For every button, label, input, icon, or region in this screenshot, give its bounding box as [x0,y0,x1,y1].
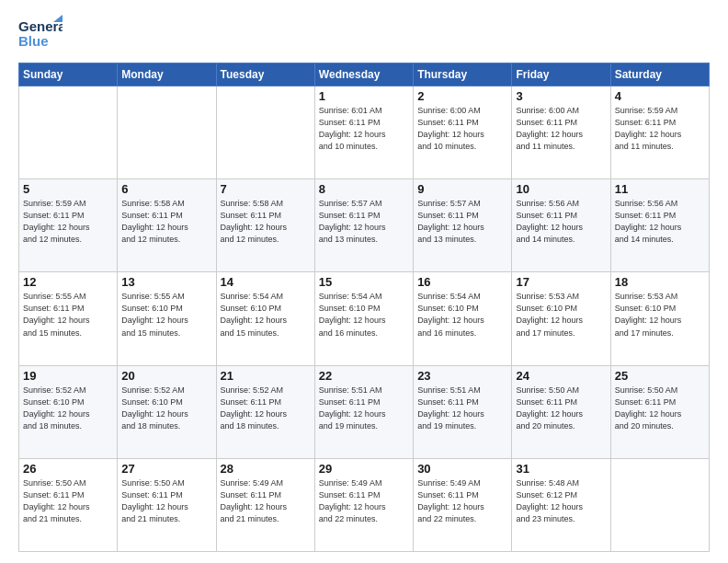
day-info: Sunrise: 5:55 AM Sunset: 6:11 PM Dayligh… [23,291,113,339]
day-info: Sunrise: 5:54 AM Sunset: 6:10 PM Dayligh… [319,291,409,339]
day-number: 22 [319,369,409,383]
weekday-header-wednesday: Wednesday [314,63,413,86]
day-number: 3 [516,89,606,103]
calendar-cell: 13Sunrise: 5:55 AM Sunset: 6:10 PM Dayli… [118,272,216,365]
calendar-cell: 5Sunrise: 5:59 AM Sunset: 6:11 PM Daylig… [19,179,118,272]
day-number: 24 [516,369,606,383]
day-info: Sunrise: 5:53 AM Sunset: 6:10 PM Dayligh… [516,291,606,339]
day-info: Sunrise: 5:54 AM Sunset: 6:10 PM Dayligh… [221,291,311,339]
day-info: Sunrise: 5:50 AM Sunset: 6:11 PM Dayligh… [615,385,705,432]
day-info: Sunrise: 5:48 AM Sunset: 6:12 PM Dayligh… [516,477,606,525]
calendar-cell: 12Sunrise: 5:55 AM Sunset: 6:11 PM Dayli… [19,272,118,365]
day-number: 10 [516,182,606,196]
calendar-cell: 15Sunrise: 5:54 AM Sunset: 6:10 PM Dayli… [314,272,413,365]
calendar-cell: 11Sunrise: 5:56 AM Sunset: 6:11 PM Dayli… [610,179,709,272]
calendar-cell: 3Sunrise: 6:00 AM Sunset: 6:11 PM Daylig… [512,86,610,179]
calendar-cell: 28Sunrise: 5:49 AM Sunset: 6:11 PM Dayli… [216,458,314,551]
day-number: 6 [121,182,211,196]
day-number: 30 [417,462,507,476]
calendar-cell: 4Sunrise: 5:59 AM Sunset: 6:11 PM Daylig… [610,86,709,179]
header: General Blue [18,15,710,55]
weekday-header-tuesday: Tuesday [216,63,314,86]
day-info: Sunrise: 5:52 AM Sunset: 6:10 PM Dayligh… [23,385,113,432]
day-info: Sunrise: 5:51 AM Sunset: 6:11 PM Dayligh… [417,385,507,432]
day-info: Sunrise: 6:00 AM Sunset: 6:11 PM Dayligh… [516,105,606,153]
day-info: Sunrise: 5:49 AM Sunset: 6:11 PM Dayligh… [417,477,507,525]
calendar-cell: 6Sunrise: 5:58 AM Sunset: 6:11 PM Daylig… [118,179,216,272]
day-info: Sunrise: 5:50 AM Sunset: 6:11 PM Dayligh… [516,385,606,432]
day-info: Sunrise: 5:59 AM Sunset: 6:11 PM Dayligh… [23,198,113,246]
day-info: Sunrise: 5:54 AM Sunset: 6:10 PM Dayligh… [417,291,507,339]
logo: General Blue [18,15,63,55]
calendar-cell: 26Sunrise: 5:50 AM Sunset: 6:11 PM Dayli… [19,458,118,551]
day-info: Sunrise: 5:58 AM Sunset: 6:11 PM Dayligh… [221,198,311,246]
day-number: 31 [516,462,606,476]
day-number: 20 [121,369,211,383]
svg-text:Blue: Blue [18,33,49,49]
day-number: 18 [615,275,705,289]
calendar-cell: 9Sunrise: 5:57 AM Sunset: 6:11 PM Daylig… [414,179,512,272]
day-info: Sunrise: 5:57 AM Sunset: 6:11 PM Dayligh… [319,198,409,246]
calendar-week-3: 12Sunrise: 5:55 AM Sunset: 6:11 PM Dayli… [19,272,710,365]
day-number: 17 [516,275,606,289]
weekday-header-thursday: Thursday [414,63,512,86]
day-info: Sunrise: 5:49 AM Sunset: 6:11 PM Dayligh… [221,477,311,525]
day-info: Sunrise: 6:01 AM Sunset: 6:11 PM Dayligh… [319,105,409,153]
calendar-cell: 24Sunrise: 5:50 AM Sunset: 6:11 PM Dayli… [512,365,610,458]
calendar-week-2: 5Sunrise: 5:59 AM Sunset: 6:11 PM Daylig… [19,179,710,272]
day-number: 27 [121,462,211,476]
day-info: Sunrise: 5:56 AM Sunset: 6:11 PM Dayligh… [516,198,606,246]
calendar-cell: 20Sunrise: 5:52 AM Sunset: 6:10 PM Dayli… [118,365,216,458]
day-info: Sunrise: 5:49 AM Sunset: 6:11 PM Dayligh… [319,477,409,525]
day-info: Sunrise: 5:52 AM Sunset: 6:11 PM Dayligh… [221,385,311,432]
calendar-week-1: 1Sunrise: 6:01 AM Sunset: 6:11 PM Daylig… [19,86,710,179]
day-number: 2 [417,89,507,103]
day-number: 25 [615,369,705,383]
day-number: 23 [417,369,507,383]
day-number: 12 [23,275,113,289]
day-number: 8 [319,182,409,196]
day-info: Sunrise: 6:00 AM Sunset: 6:11 PM Dayligh… [417,105,507,153]
calendar-cell [118,86,216,179]
weekday-header-saturday: Saturday [610,63,709,86]
day-info: Sunrise: 5:59 AM Sunset: 6:11 PM Dayligh… [615,105,705,153]
weekday-header-monday: Monday [118,63,216,86]
day-number: 9 [417,182,507,196]
calendar-cell: 27Sunrise: 5:50 AM Sunset: 6:11 PM Dayli… [118,458,216,551]
day-number: 29 [319,462,409,476]
day-number: 1 [319,89,409,103]
calendar-cell: 14Sunrise: 5:54 AM Sunset: 6:10 PM Dayli… [216,272,314,365]
calendar-cell: 29Sunrise: 5:49 AM Sunset: 6:11 PM Dayli… [314,458,413,551]
day-number: 13 [121,275,211,289]
day-info: Sunrise: 5:56 AM Sunset: 6:11 PM Dayligh… [615,198,705,246]
calendar-cell [19,86,118,179]
calendar-cell: 2Sunrise: 6:00 AM Sunset: 6:11 PM Daylig… [414,86,512,179]
day-number: 5 [23,182,113,196]
calendar-cell: 19Sunrise: 5:52 AM Sunset: 6:10 PM Dayli… [19,365,118,458]
calendar-cell: 18Sunrise: 5:53 AM Sunset: 6:10 PM Dayli… [610,272,709,365]
day-info: Sunrise: 5:55 AM Sunset: 6:10 PM Dayligh… [121,291,211,339]
day-number: 11 [615,182,705,196]
day-number: 21 [221,369,311,383]
calendar-cell: 31Sunrise: 5:48 AM Sunset: 6:12 PM Dayli… [512,458,610,551]
calendar-cell: 23Sunrise: 5:51 AM Sunset: 6:11 PM Dayli… [414,365,512,458]
day-info: Sunrise: 5:58 AM Sunset: 6:11 PM Dayligh… [121,198,211,246]
calendar-week-5: 26Sunrise: 5:50 AM Sunset: 6:11 PM Dayli… [19,458,710,551]
logo-icon: General Blue [18,15,63,55]
weekday-header-friday: Friday [512,63,610,86]
calendar-table: SundayMondayTuesdayWednesdayThursdayFrid… [18,63,710,552]
calendar-cell: 16Sunrise: 5:54 AM Sunset: 6:10 PM Dayli… [414,272,512,365]
day-number: 16 [417,275,507,289]
calendar-cell: 25Sunrise: 5:50 AM Sunset: 6:11 PM Dayli… [610,365,709,458]
weekday-header-sunday: Sunday [19,63,118,86]
day-number: 7 [221,182,311,196]
calendar-cell: 17Sunrise: 5:53 AM Sunset: 6:10 PM Dayli… [512,272,610,365]
calendar-cell [610,458,709,551]
page: General Blue SundayMondayTuesdayWednesda… [0,0,728,563]
day-number: 4 [615,89,705,103]
calendar-cell: 1Sunrise: 6:01 AM Sunset: 6:11 PM Daylig… [314,86,413,179]
day-number: 28 [221,462,311,476]
day-info: Sunrise: 5:50 AM Sunset: 6:11 PM Dayligh… [23,477,113,525]
day-info: Sunrise: 5:57 AM Sunset: 6:11 PM Dayligh… [417,198,507,246]
calendar-cell: 21Sunrise: 5:52 AM Sunset: 6:11 PM Dayli… [216,365,314,458]
